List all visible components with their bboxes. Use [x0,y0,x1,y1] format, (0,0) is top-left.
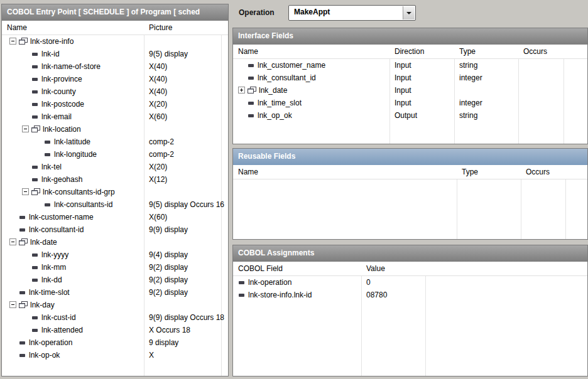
picture-value: 9(2) display [149,261,188,274]
column-header-name[interactable]: Name [233,165,258,179]
column-header-direction[interactable]: Direction [389,45,424,58]
tree-row[interactable]: lnk-customer-nameX(60) [2,211,228,223]
tree-row[interactable]: lnk-dd9(2) display [2,274,228,286]
reusable-fields-table: Name Type Occurs [233,165,587,239]
tree-row[interactable]: lnk-name-of-storeX(40) [2,60,228,73]
tree-row[interactable]: lnk-store-info [2,35,228,48]
tree-row[interactable]: lnk-telX(20) [2,161,228,173]
tree-row[interactable]: lnk-time-slot9(2) display [2,286,228,299]
tree-row[interactable]: lnk-op-okX [2,349,228,361]
tree-row[interactable]: lnk-yyyy9(4) display [2,248,228,261]
indent-spacer [22,117,31,117]
tree-row[interactable]: lnk-operation9 display [2,336,228,349]
reusable-fields-title[interactable]: Reusable Fields [233,149,587,166]
column-header-type[interactable]: Type [457,165,478,179]
tree-row[interactable]: lnk-longitudecomp-2 [2,148,228,161]
cobol-structure-tree: lnk-store-infolnk-id9(5) displaylnk-name… [2,35,228,361]
group-item-icon [248,87,256,94]
field-item-icon [32,316,38,319]
tree-row[interactable]: lnk-id9(5) display [2,48,228,60]
picture-value: X(20) [149,161,167,173]
tree-row[interactable]: lnk-location [2,123,228,136]
tree-row[interactable]: lnk-geohashX(12) [2,173,228,186]
tree-row[interactable]: lnk-consultants-id-grp [2,186,228,198]
interface-fields-title[interactable]: Interface Fields [233,28,587,45]
tree-row[interactable]: lnk-date [2,236,228,248]
indent-spacer [238,65,248,66]
tree-item-label: lnk-latitude [54,137,90,146]
tree-row[interactable]: lnk-postcodeX(20) [2,98,228,110]
tree-item-label: lnk-mm [41,263,66,272]
direction-value: Input [395,59,411,72]
column-header-type[interactable]: Type [454,45,476,58]
column-header-name[interactable]: Name [2,21,27,35]
column-header-name[interactable]: Name [233,45,258,58]
tree-row[interactable]: lnk-latitudecomp-2 [2,136,228,148]
field-name-label: lnk_op_ok [258,111,292,120]
interface-field-row[interactable]: lnk_customer_nameInputstring [233,59,587,72]
tree-row[interactable]: lnk-provinceX(40) [2,73,228,85]
dropdown-arrow-icon [406,12,411,17]
tree-item-label: lnk-name-of-store [41,62,101,71]
collapse-icon[interactable] [22,125,29,132]
indent-spacer [9,343,19,343]
cobol-mapping-window: COBOL Entry Point [ SCHEDULE ] of Progra… [0,0,588,379]
field-item-icon [19,354,25,357]
cobol-entry-point-panel: COBOL Entry Point [ SCHEDULE ] of Progra… [1,4,229,376]
tree-row[interactable]: lnk-day [2,299,228,311]
picture-value: X(12) [149,173,167,186]
assignment-row[interactable]: lnk-store-info.lnk-id08780 [233,289,587,301]
tree-row[interactable]: lnk-consultants-id9(5) display Occurs 16 [2,198,228,211]
picture-value: comp-2 [149,148,174,161]
group-item-icon [31,125,40,133]
tree-item-label: lnk-geohash [41,175,82,184]
picture-value: X(40) [149,73,167,85]
column-header-picture[interactable]: Picture [144,21,172,35]
tree-item-label: lnk-email [41,112,72,121]
interface-field-row[interactable]: lnk_consultant_idInputinteger [233,72,587,84]
field-item-icon [248,77,254,80]
assignment-row[interactable]: lnk-operation0 [233,276,587,289]
collapse-icon[interactable] [9,238,16,245]
tree-row[interactable]: lnk-countyX(40) [2,85,228,98]
column-header-occurs[interactable]: Occurs [521,165,550,179]
interface-field-row[interactable]: lnk_op_okOutputstring [233,109,587,122]
tree-row[interactable]: lnk-emailX(60) [2,110,228,123]
assignment-value: 08780 [366,289,387,301]
type-value: integer [459,97,482,109]
type-value: string [459,109,477,122]
collapse-icon[interactable] [9,38,16,45]
left-panel-title: COBOL Entry Point [ SCHEDULE ] of Progra… [2,4,228,21]
collapse-icon[interactable] [9,301,16,308]
column-header-value[interactable]: Value [361,262,385,275]
cobol-assignments-title[interactable]: COBOL Assignments [233,245,587,262]
tree-row[interactable]: lnk-cust-id9(9) display Occurs 18 [2,311,228,324]
picture-value: X(20) [149,98,167,110]
chevron-down-icon[interactable] [403,6,415,19]
reusable-fields-panel: Reusable Fields Name Type Occurs [232,148,588,240]
operation-dropdown[interactable]: MakeAppt [288,5,416,21]
field-item-icon [32,254,38,257]
group-item-icon [19,38,28,45]
tree-row[interactable]: lnk-mm9(2) display [2,261,228,274]
tree-row[interactable]: lnk-attendedX Occurs 18 [2,324,228,336]
type-value: string [459,59,477,72]
indent-spacer [22,318,31,318]
tree-item-label: lnk-consultants-id [54,200,112,209]
picture-value: 9(5) display Occurs 16 [149,198,224,211]
column-header-cobol-field[interactable]: COBOL Field [233,262,283,275]
field-item-icon [248,102,254,105]
tree-row[interactable]: lnk-consultant-id9(9) display [2,223,228,236]
expand-icon[interactable] [238,87,245,93]
collapse-icon[interactable] [22,188,29,195]
indent-spacer [22,280,31,280]
direction-value: Input [395,97,411,109]
type-value: integer [459,72,482,84]
reusable-fields-header: Name Type Occurs [233,165,587,179]
field-item-icon [32,103,38,106]
field-name-label: lnk_customer_name [258,61,325,70]
interface-field-row[interactable]: lnk_dateInput [233,84,587,97]
interface-field-row[interactable]: lnk_time_slotInputinteger [233,97,587,109]
field-item-icon [32,90,38,93]
column-header-occurs[interactable]: Occurs [518,45,547,58]
